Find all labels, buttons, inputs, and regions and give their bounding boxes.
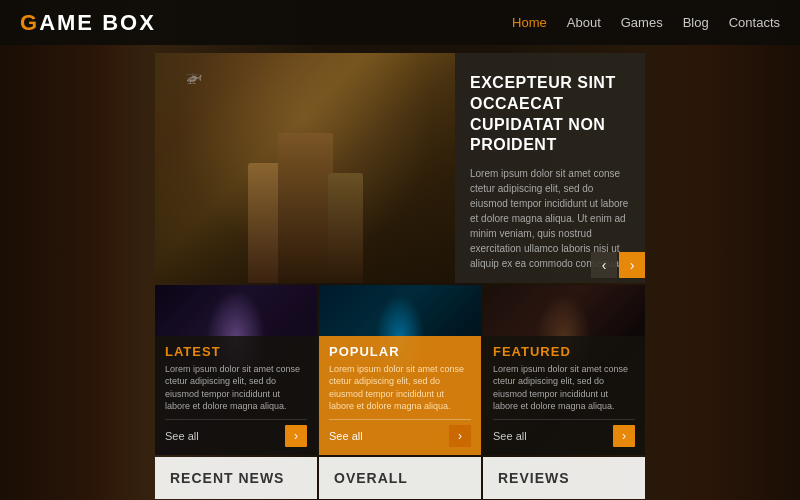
nav-item-home[interactable]: Home (512, 15, 547, 30)
soldier-3 (328, 173, 363, 283)
card-featured-text: Lorem ipsum dolor sit amet conse ctetur … (493, 363, 635, 413)
bottom-recent-news-title: RECENT NEWS (170, 470, 284, 486)
main-nav: Home About Games Blog Contacts (512, 15, 780, 30)
card-featured-arrow[interactable]: › (613, 425, 635, 447)
card-latest-overlay: LATEST Lorem ipsum dolor sit amet conse … (155, 336, 317, 455)
bottom-section: RECENT NEWS OVERALL REVIEWS (155, 457, 645, 499)
card-latest-label: LATEST (165, 344, 307, 359)
soldier-2 (278, 133, 333, 283)
card-latest: LATEST Lorem ipsum dolor sit amet conse … (155, 285, 317, 455)
card-featured-overlay: FEATURED Lorem ipsum dolor sit amet cons… (483, 336, 645, 455)
card-latest-see-all[interactable]: See all (165, 430, 285, 442)
card-popular-btn: See all › (329, 419, 471, 447)
card-latest-btn: See all › (165, 419, 307, 447)
card-latest-text: Lorem ipsum dolor sit amet conse ctetur … (165, 363, 307, 413)
card-featured: FEATURED Lorem ipsum dolor sit amet cons… (483, 285, 645, 455)
content-wrapper: EXCEPTEUR SINT OCCAECAT CUPIDATAT NON PR… (0, 45, 800, 499)
header: GAME BOX Home About Games Blog Contacts (0, 0, 800, 45)
card-popular-label: POPULAR (329, 344, 471, 359)
hero-text-panel: EXCEPTEUR SINT OCCAECAT CUPIDATAT NON PR… (455, 53, 645, 283)
nav-item-blog[interactable]: Blog (683, 15, 709, 30)
card-popular-overlay: POPULAR Lorem ipsum dolor sit amet conse… (319, 336, 481, 455)
bottom-recent-news: RECENT NEWS (155, 457, 317, 499)
card-featured-see-all[interactable]: See all (493, 430, 613, 442)
bottom-overall-title: OVERALL (334, 470, 408, 486)
logo-accent-letter: G (20, 10, 39, 35)
hero-soldiers (155, 123, 455, 283)
hero-prev-button[interactable]: ‹ (591, 252, 617, 278)
hero-image (155, 53, 455, 283)
card-featured-label: FEATURED (493, 344, 635, 359)
card-popular-text: Lorem ipsum dolor sit amet conse ctetur … (329, 363, 471, 413)
nav-item-about[interactable]: About (567, 15, 601, 30)
logo-text: AME BOX (39, 10, 156, 35)
hero-nav-arrows: ‹ › (591, 252, 645, 278)
card-featured-btn: See all › (493, 419, 635, 447)
card-latest-arrow[interactable]: › (285, 425, 307, 447)
card-popular-see-all[interactable]: See all (329, 430, 449, 442)
hero-container: EXCEPTEUR SINT OCCAECAT CUPIDATAT NON PR… (155, 53, 645, 283)
bottom-reviews: REVIEWS (483, 457, 645, 499)
game-cards-row: LATEST Lorem ipsum dolor sit amet conse … (155, 285, 645, 455)
hero-next-button[interactable]: › (619, 252, 645, 278)
card-popular-arrow[interactable]: › (449, 425, 471, 447)
bottom-overall: OVERALL (319, 457, 481, 499)
nav-item-games[interactable]: Games (621, 15, 663, 30)
nav-item-contacts[interactable]: Contacts (729, 15, 780, 30)
hero-title: EXCEPTEUR SINT OCCAECAT CUPIDATAT NON PR… (470, 73, 630, 156)
hero-section: EXCEPTEUR SINT OCCAECAT CUPIDATAT NON PR… (155, 45, 645, 283)
card-popular: POPULAR Lorem ipsum dolor sit amet conse… (319, 285, 481, 455)
bottom-reviews-title: REVIEWS (498, 470, 570, 486)
logo: GAME BOX (20, 10, 156, 36)
